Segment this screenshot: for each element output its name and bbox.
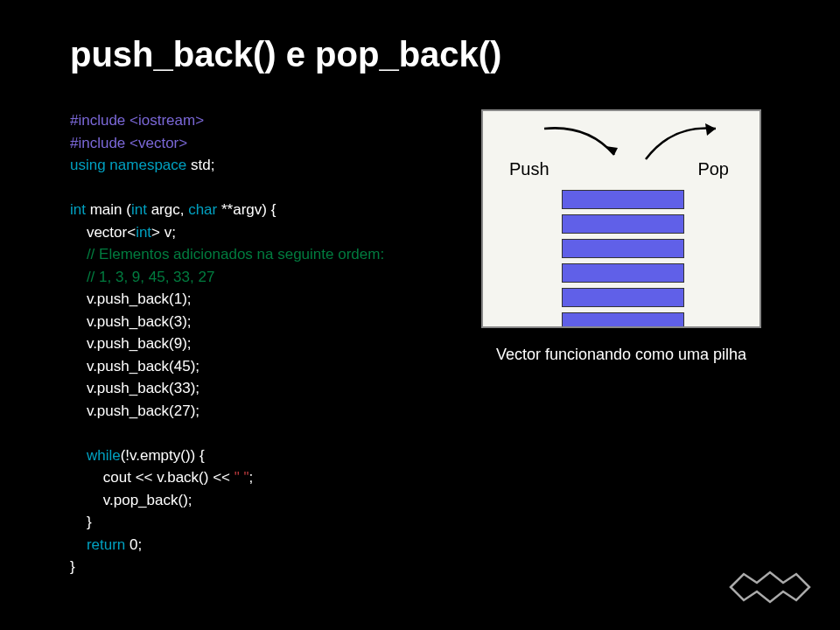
- code-line-return: return 0;: [70, 534, 438, 556]
- svg-marker-1: [705, 123, 716, 136]
- stack-item: [562, 190, 684, 209]
- code-line-push-9: v.push_back(9);: [70, 332, 438, 355]
- code-line-comment-1: // Elementos adicionados na seguinte ord…: [70, 243, 438, 266]
- stack-item: [562, 239, 684, 258]
- code-line-close-while: }: [70, 511, 438, 534]
- code-line-push-27: v.push_back(27);: [70, 400, 438, 423]
- code-line-push-45: v.push_back(45);: [70, 355, 438, 378]
- stack-item: [562, 263, 684, 283]
- code-line-comment-2: // 1, 3, 9, 45, 33, 27: [70, 266, 438, 289]
- diagram-caption: Vector funcionando como uma pilha: [496, 346, 746, 364]
- svg-marker-0: [606, 146, 618, 155]
- code-line-push-1: v.push_back(1);: [70, 288, 438, 311]
- code-line-include-iostream: #include <iostream>: [70, 109, 438, 132]
- code-line-blank-1: [70, 177, 438, 200]
- slide: push_back() e pop_back() #include <iostr…: [0, 0, 840, 630]
- code-line-blank-2: [70, 422, 438, 444]
- code-line-vector-decl: vector<int> v;: [70, 221, 438, 244]
- stack-item: [562, 312, 684, 328]
- push-label: Push: [509, 159, 550, 179]
- stack-item: [562, 214, 684, 234]
- code-line-pop: v.pop_back();: [70, 489, 438, 512]
- slide-title: push_back() e pop_back(): [70, 35, 770, 74]
- push-pop-diagram: Push Pop: [481, 109, 761, 328]
- code-line-push-3: v.push_back(3);: [70, 311, 438, 333]
- code-block: #include <iostream> #include <vector> us…: [70, 109, 438, 578]
- code-line-push-33: v.push_back(33);: [70, 377, 438, 400]
- code-line-while: while(!v.empty()) {: [70, 444, 438, 467]
- gdp-logo-icon: [726, 565, 814, 612]
- stack-container: [562, 190, 684, 328]
- stack-item: [562, 288, 684, 307]
- right-column: Push Pop Vector funcionando como uma pil…: [472, 109, 770, 578]
- code-line-using: using namespace std;: [70, 154, 438, 177]
- code-line-cout: cout << v.back() << " ";: [70, 466, 438, 489]
- content-row: #include <iostream> #include <vector> us…: [70, 109, 770, 578]
- code-line-main: int main (int argc, char **argv) {: [70, 199, 438, 221]
- code-line-close-main: }: [70, 556, 438, 578]
- pop-label: Pop: [697, 159, 729, 179]
- code-line-include-vector: #include <vector>: [70, 132, 438, 155]
